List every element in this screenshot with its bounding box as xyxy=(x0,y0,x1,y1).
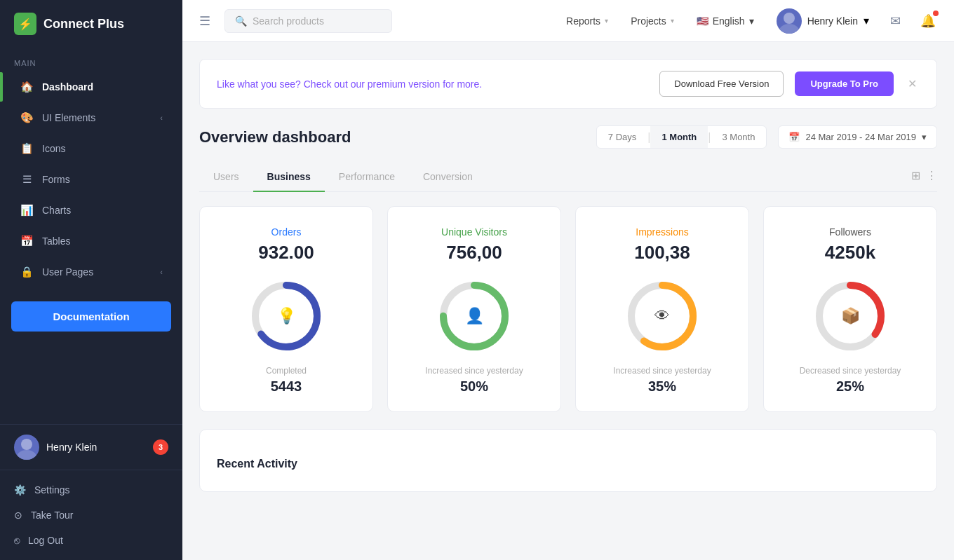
sidebar-logo[interactable]: ⚡ Connect Plus xyxy=(0,0,182,48)
language-label: English xyxy=(713,15,745,27)
card-visitors-sub-label: Increased since yesterday xyxy=(425,366,523,376)
svg-point-0 xyxy=(21,439,32,450)
dashboard-icon: 🏠 xyxy=(20,80,34,94)
recent-activity-card: Recent Activity xyxy=(199,429,937,492)
lang-chevron: ▾ xyxy=(749,15,754,27)
banner-link-text[interactable]: Check out our premium version for more. xyxy=(304,78,482,90)
header-user[interactable]: Henry Klein ▾ xyxy=(771,6,875,36)
sidebar-item-tables[interactable]: 📅 Tables xyxy=(6,226,177,256)
date-picker[interactable]: 📅 24 Mar 2019 - 24 Mar 2019 ▾ xyxy=(778,125,937,149)
log-out-label: Log Out xyxy=(28,535,63,546)
header-user-name: Henry Klein xyxy=(807,15,858,27)
date-picker-chevron: ▾ xyxy=(922,132,927,142)
svg-point-3 xyxy=(779,24,799,34)
tab-business[interactable]: Business xyxy=(253,163,325,192)
sidebar-bottom-items: ⚙️ Settings ⊙ Take Tour ⎋ Log Out xyxy=(0,470,182,560)
tab-performance[interactable]: Performance xyxy=(325,163,409,192)
search-input[interactable] xyxy=(253,15,382,27)
reports-label: Reports xyxy=(566,15,600,27)
user-chevron: ▾ xyxy=(864,14,869,27)
sidebar-item-dashboard[interactable]: 🏠 Dashboard xyxy=(6,72,177,102)
search-icon: 🔍 xyxy=(235,15,247,27)
sidebar-item-forms[interactable]: ☰ Forms xyxy=(6,165,177,194)
sidebar-item-label: Dashboard xyxy=(42,81,93,93)
card-impressions-label: Impressions xyxy=(636,226,688,238)
7days-button[interactable]: 7 Days xyxy=(597,126,647,148)
sidebar: ⚡ Connect Plus Main 🏠 Dashboard 🎨 UI Ele… xyxy=(0,0,182,560)
header-user-avatar xyxy=(777,8,802,34)
card-orders-sub-value: 5443 xyxy=(271,378,302,395)
card-followers-sub-label: Decreased since yesterday xyxy=(800,366,901,376)
impressions-center-icon: 👁 xyxy=(654,307,670,325)
card-orders-circle: 💡 xyxy=(248,278,325,355)
tab-conversion[interactable]: Conversion xyxy=(409,163,487,192)
date-range-label: 24 Mar 2019 - 24 Mar 2019 xyxy=(805,132,916,142)
download-free-button[interactable]: Download Free Version xyxy=(659,71,784,97)
card-visitors-sub-value: 50% xyxy=(460,378,488,395)
sidebar-item-log-out[interactable]: ⎋ Log Out xyxy=(0,528,182,553)
sidebar-user-badge: 3 xyxy=(153,439,168,455)
forms-icon: ☰ xyxy=(20,172,34,186)
tabs-actions: ⊞ ⋮ xyxy=(911,169,937,185)
search-bar[interactable]: 🔍 xyxy=(224,9,392,33)
card-visitors-circle: 👤 xyxy=(436,278,513,355)
grid-view-icon[interactable]: ⊞ xyxy=(911,169,920,182)
banner-close-icon[interactable]: ✕ xyxy=(905,74,920,93)
reports-chevron: ▾ xyxy=(605,17,608,25)
settings-label: Settings xyxy=(34,484,70,496)
menu-icon[interactable]: ☰ xyxy=(196,11,213,32)
sidebar-item-ui-elements[interactable]: 🎨 UI Elements ‹ xyxy=(6,103,177,132)
main-area: ☰ 🔍 Reports ▾ Projects ▾ 🇺🇸 English ▾ He… xyxy=(182,0,954,560)
notification-icon[interactable]: 🔔 xyxy=(916,9,940,33)
card-impressions: Impressions 100,38 👁 Increased since yes… xyxy=(575,206,749,412)
card-impressions-value: 100,38 xyxy=(634,242,690,264)
take-tour-label: Take Tour xyxy=(31,510,73,521)
sidebar-item-label: Tables xyxy=(42,235,70,247)
chevron-icon: ‹ xyxy=(160,114,163,122)
mail-icon[interactable]: ✉ xyxy=(886,9,905,33)
sidebar-section-label: Main xyxy=(0,48,182,71)
dashboard-title: Overview dashboard xyxy=(199,128,585,146)
icons-icon: 📋 xyxy=(20,142,34,156)
date-range-selector: 7 Days | 1 Month | 3 Month xyxy=(596,125,767,149)
charts-icon: 📊 xyxy=(20,203,34,217)
reports-nav[interactable]: Reports ▾ xyxy=(560,11,614,31)
orders-center-icon: 💡 xyxy=(277,307,296,325)
calendar-icon: 📅 xyxy=(788,132,800,142)
cards-grid: Orders 932.00 💡 Completed 5443 Unique Vi… xyxy=(199,206,937,412)
page-content: Like what you see? Check out our premium… xyxy=(182,42,954,560)
3month-button[interactable]: 3 Month xyxy=(711,126,766,148)
sidebar-item-label: UI Elements xyxy=(42,112,95,123)
banner-plain-text: Like what you see? xyxy=(217,78,304,90)
card-impressions-sub-value: 35% xyxy=(648,378,676,395)
card-followers-sub-value: 25% xyxy=(836,378,864,395)
take-tour-icon: ⊙ xyxy=(14,510,22,521)
tables-icon: 📅 xyxy=(20,234,34,248)
app-name: Connect Plus xyxy=(43,17,124,32)
sidebar-item-icons[interactable]: 📋 Icons xyxy=(6,134,177,163)
projects-nav[interactable]: Projects ▾ xyxy=(625,11,680,31)
projects-label: Projects xyxy=(631,15,666,27)
sidebar-user-avatar xyxy=(14,435,39,460)
tab-users[interactable]: Users xyxy=(199,163,253,192)
sidebar-item-label: Icons xyxy=(42,143,65,154)
sidebar-item-user-pages[interactable]: 🔒 User Pages ‹ xyxy=(6,257,177,287)
settings-icon: ⚙️ xyxy=(14,484,26,496)
sidebar-item-settings[interactable]: ⚙️ Settings xyxy=(0,477,182,503)
card-followers-circle: 📦 xyxy=(812,278,889,355)
card-followers-value: 4250k xyxy=(825,242,875,264)
sidebar-item-label: Forms xyxy=(42,174,70,185)
card-followers-label: Followers xyxy=(829,226,871,238)
dashboard-header: Overview dashboard 7 Days | 1 Month | 3 … xyxy=(199,125,937,149)
card-orders-value: 932.00 xyxy=(258,242,314,264)
documentation-button[interactable]: Documentation xyxy=(11,301,171,332)
sidebar-item-label: Charts xyxy=(42,205,71,216)
language-selector[interactable]: 🇺🇸 English ▾ xyxy=(691,11,760,31)
sidebar-item-take-tour[interactable]: ⊙ Take Tour xyxy=(0,503,182,528)
upgrade-pro-button[interactable]: Upgrade To Pro xyxy=(795,71,894,96)
chevron-icon: ‹ xyxy=(160,268,163,276)
more-options-icon[interactable]: ⋮ xyxy=(926,169,937,182)
1month-button[interactable]: 1 Month xyxy=(650,126,708,148)
sidebar-item-charts[interactable]: 📊 Charts xyxy=(6,196,177,225)
flag-icon: 🇺🇸 xyxy=(697,15,708,27)
